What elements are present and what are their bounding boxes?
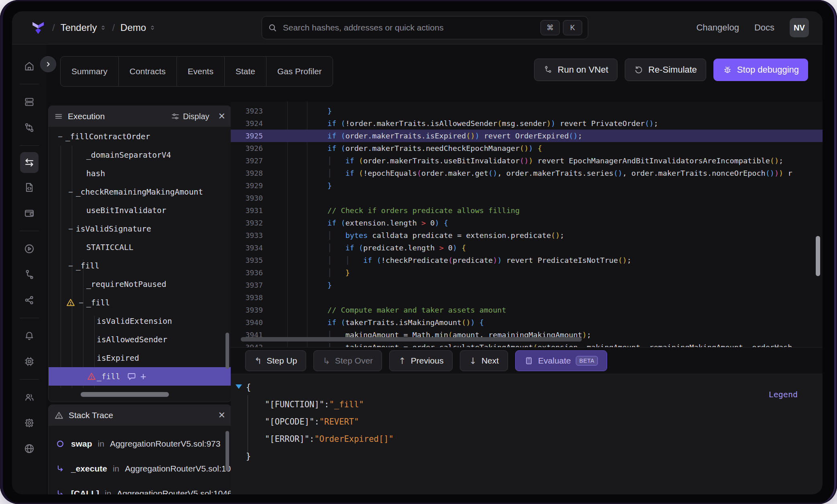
code-line[interactable]: 3925 if (order.makerTraits.isExpired()) … — [231, 130, 823, 142]
code-line[interactable]: 3942 │ takingAmount = order.calculateTak… — [231, 341, 823, 347]
code-line[interactable]: 3927 │ if (order.makerTraits.useBitInval… — [231, 154, 823, 167]
collapse-icon[interactable]: − — [76, 298, 86, 307]
step-up-button[interactable]: ↰Step Up — [245, 350, 306, 371]
next-button[interactable]: ↓Next — [460, 350, 508, 371]
sidebar-expand-button[interactable] — [40, 56, 56, 72]
execution-tree-item[interactable]: −_checkRemainingMakingAmount — [49, 183, 231, 201]
scrollbar-thumb[interactable] — [241, 337, 582, 341]
stack-function-name: swap — [71, 439, 92, 449]
collapse-icon[interactable]: − — [55, 132, 65, 141]
global-search[interactable]: ⌘ K — [262, 16, 588, 39]
project-selector[interactable]: Demo — [120, 22, 156, 33]
execution-tree-item[interactable]: isExpired — [49, 349, 231, 367]
execution-tree-item[interactable]: hash — [49, 164, 231, 183]
close-icon[interactable]: ✕ — [218, 410, 226, 421]
top-bar: / Tenderly / Demo ⌘ K Changelog Docs — [12, 11, 823, 45]
line-number: 3931 — [231, 206, 263, 215]
execution-tree-item[interactable]: isValidExtension — [49, 312, 231, 330]
changelog-link[interactable]: Changelog — [696, 22, 739, 33]
org-selector[interactable]: Tenderly — [61, 22, 107, 33]
scrollbar-thumb[interactable] — [226, 431, 229, 471]
code-line[interactable]: 3939 // Compute maker and taker assets a… — [231, 304, 823, 316]
home-icon[interactable] — [20, 55, 39, 77]
run-on-vnet-button[interactable]: Run on VNet — [534, 59, 618, 81]
line-number: 3937 — [231, 281, 263, 289]
git-fork-icon[interactable] — [20, 263, 39, 286]
add-comment-button[interactable]: + — [140, 371, 146, 382]
execution-tree-item[interactable]: _fill+ — [49, 367, 231, 386]
warning-icon — [54, 411, 64, 420]
play-circle-icon[interactable] — [20, 238, 39, 260]
scrollbar-thumb[interactable] — [81, 392, 169, 397]
collapse-icon[interactable]: − — [65, 187, 76, 197]
code-line[interactable]: 3926 if (order.makerTraits.needCheckEpoc… — [231, 142, 823, 154]
search-input[interactable] — [282, 22, 537, 33]
code-line[interactable]: 3937 } — [231, 279, 823, 291]
execution-tree-item[interactable]: −_fillContractOrder — [49, 127, 231, 146]
contract-file-icon[interactable] — [20, 176, 39, 199]
code-line[interactable]: 3923 } — [231, 105, 823, 117]
line-number: 3939 — [231, 306, 263, 314]
evaluate-button[interactable]: EvaluateBETA — [515, 350, 607, 371]
execution-tree-item[interactable]: −isValidSignature — [49, 219, 231, 238]
code-line[interactable]: 3934 │ if (predicate.length > 0) { — [231, 242, 823, 254]
docs-link[interactable]: Docs — [754, 22, 774, 33]
tab-summary[interactable]: Summary — [61, 57, 118, 86]
line-number: 3924 — [231, 119, 263, 128]
code-line[interactable]: 3938 — [231, 291, 823, 304]
git-compare-icon[interactable] — [20, 116, 39, 139]
gear-icon[interactable] — [20, 412, 39, 434]
scrollbar-thumb[interactable] — [226, 333, 229, 369]
scrollbar-thumb[interactable] — [816, 236, 820, 276]
globe-icon[interactable] — [20, 437, 39, 460]
stack-conjunction: in — [98, 439, 104, 449]
code-line[interactable]: 3933 │ bytes calldata predicate = extens… — [231, 229, 823, 242]
code-line[interactable]: 3932 if (extension.length > 0) { — [231, 217, 823, 229]
tab-contracts[interactable]: Contracts — [118, 57, 177, 86]
menu-icon[interactable] — [54, 112, 63, 121]
legend-link[interactable]: Legend — [769, 390, 798, 399]
users-icon[interactable] — [20, 386, 39, 408]
execution-tree-item[interactable]: STATICCALL — [49, 238, 231, 256]
close-icon[interactable]: ✕ — [218, 111, 226, 122]
stack-location: AggregationRouterV5.sol:100 — [125, 464, 232, 474]
stack-location: AggregationRouterV5.sol:973 — [110, 439, 221, 449]
code-line[interactable]: 3940 if (takerTraits.isMakingAmount()) { — [231, 316, 823, 329]
code-line[interactable]: 3936 │ } — [231, 266, 823, 279]
execution-tree-item[interactable]: isAllowedSender — [49, 330, 231, 349]
stop-debugging-button[interactable]: Stop debugging — [713, 59, 808, 81]
step-over-button[interactable]: ↳Step Over — [313, 350, 382, 371]
share-nodes-icon[interactable] — [20, 289, 39, 311]
code-line[interactable]: 3930 — [231, 192, 823, 204]
collapse-icon[interactable]: − — [65, 261, 76, 270]
tab-events[interactable]: Events — [177, 57, 224, 86]
collapse-icon[interactable]: − — [65, 224, 76, 234]
code-line[interactable]: 3931 // Check if orders predicate allows… — [231, 204, 823, 217]
server-stack-icon[interactable] — [20, 91, 39, 113]
comment-icon[interactable] — [127, 372, 136, 381]
previous-button[interactable]: ↑Previous — [389, 350, 453, 371]
stack-trace-item[interactable]: _executeinAggregationRouterV5.sol:100 — [49, 456, 231, 481]
execution-tree-item[interactable]: −_fill — [49, 256, 231, 275]
chip-icon[interactable] — [20, 350, 39, 373]
wallet-icon[interactable] — [20, 202, 39, 224]
swap-arrows-icon[interactable] — [20, 152, 39, 173]
code-line[interactable]: 3935 │ │ if (!checkPredicate(predicate))… — [231, 254, 823, 266]
code-line[interactable]: 3924 if (!order.makerTraits.isAllowedSen… — [231, 117, 823, 130]
re-simulate-button[interactable]: Re-Simulate — [625, 59, 706, 81]
stack-trace-item[interactable]: swapinAggregationRouterV5.sol:973 — [49, 431, 231, 456]
tab-gas-profiler[interactable]: Gas Profiler — [266, 57, 333, 86]
display-settings-button[interactable]: Display — [171, 112, 209, 121]
execution-tree-item[interactable]: −_fill — [49, 293, 231, 312]
execution-tree-item[interactable]: useBitInvalidator — [49, 201, 231, 219]
avatar[interactable]: NV — [790, 18, 809, 37]
tab-state[interactable]: State — [224, 57, 266, 86]
execution-tree-item[interactable]: _requireNotPaused — [49, 275, 231, 293]
code-line[interactable]: 3929 } — [231, 179, 823, 192]
stack-trace-item[interactable]: [CALL]inAggregationRouterV5.sol:1046 — [49, 481, 231, 494]
bell-icon[interactable] — [20, 325, 39, 347]
collapse-triangle-icon[interactable] — [236, 384, 242, 389]
line-number: 3929 — [231, 181, 263, 190]
execution-tree-item[interactable]: _domainSeparatorV4 — [49, 146, 231, 164]
code-line[interactable]: 3928 │ if (!epochEquals(order.maker.get(… — [231, 167, 823, 179]
